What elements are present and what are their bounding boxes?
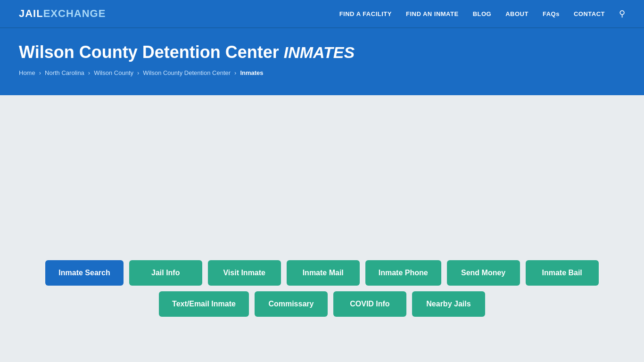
hero-section: Wilson County Detention Center INMATES H… — [0, 28, 644, 95]
logo-jail: JAIL — [19, 8, 43, 20]
ad-area — [19, 114, 625, 246]
nav-about[interactable]: ABOUT — [505, 10, 528, 17]
breadcrumb-home[interactable]: Home — [19, 69, 35, 76]
inmate-phone-button[interactable]: Inmate Phone — [365, 260, 441, 286]
breadcrumb-sep-1: › — [39, 69, 41, 76]
logo[interactable]: JAIL EXCHANGE — [19, 8, 106, 20]
inmate-mail-button[interactable]: Inmate Mail — [287, 260, 360, 286]
breadcrumb-sep-2: › — [88, 69, 90, 76]
inmate-bail-button[interactable]: Inmate Bail — [526, 260, 599, 286]
breadcrumb: Home › North Carolina › Wilson County › … — [19, 69, 625, 76]
logo-exchange: EXCHANGE — [43, 8, 106, 20]
page-title-main: Wilson County Detention Center — [19, 42, 279, 62]
buttons-row-1: Inmate Search Jail Info Visit Inmate Inm… — [45, 260, 598, 286]
nav-find-facility[interactable]: FIND A FACILITY — [339, 10, 392, 17]
nearby-jails-button[interactable]: Nearby Jails — [412, 291, 485, 317]
breadcrumb-sep-3: › — [137, 69, 139, 76]
breadcrumb-sep-4: › — [234, 69, 236, 76]
page-title: Wilson County Detention Center INMATES — [19, 42, 625, 62]
breadcrumb-nc[interactable]: North Carolina — [45, 69, 84, 76]
covid-info-button[interactable]: COVID Info — [333, 291, 406, 317]
nav-find-inmate[interactable]: FIND AN INMATE — [406, 10, 459, 17]
visit-inmate-button[interactable]: Visit Inmate — [208, 260, 281, 286]
header: JAIL EXCHANGE FIND A FACILITY FIND AN IN… — [0, 0, 644, 28]
search-icon[interactable]: ⚲ — [619, 8, 625, 19]
breadcrumb-wcdc[interactable]: Wilson County Detention Center — [143, 69, 231, 76]
page-title-italic: INMATES — [284, 43, 355, 61]
main-content: Inmate Search Jail Info Visit Inmate Inm… — [0, 95, 644, 336]
send-money-button[interactable]: Send Money — [447, 260, 520, 286]
nav-blog[interactable]: BLOG — [473, 10, 492, 17]
breadcrumb-wilson-county[interactable]: Wilson County — [94, 69, 133, 76]
text-email-inmate-button[interactable]: Text/Email Inmate — [159, 291, 249, 317]
jail-info-button[interactable]: Jail Info — [129, 260, 202, 286]
buttons-row-2: Text/Email Inmate Commissary COVID Info … — [159, 291, 485, 317]
main-nav: FIND A FACILITY FIND AN INMATE BLOG ABOU… — [339, 8, 625, 19]
breadcrumb-current: Inmates — [240, 69, 263, 76]
buttons-section: Inmate Search Jail Info Visit Inmate Inm… — [19, 260, 625, 317]
commissary-button[interactable]: Commissary — [255, 291, 328, 317]
nav-contact[interactable]: CONTACT — [574, 10, 605, 17]
nav-faqs[interactable]: FAQs — [543, 10, 560, 17]
inmate-search-button[interactable]: Inmate Search — [45, 260, 123, 286]
